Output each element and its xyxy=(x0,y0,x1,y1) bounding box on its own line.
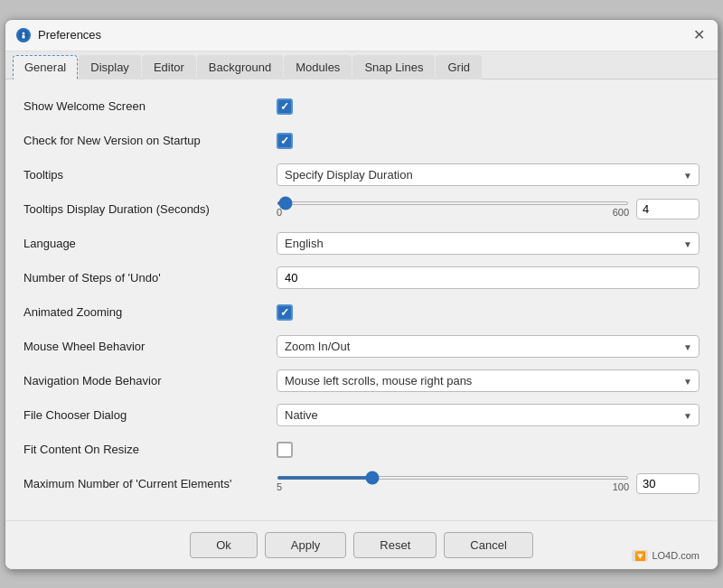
watermark-icon: 🔽 xyxy=(632,550,648,562)
fit-content-label: Fit Content On Resize xyxy=(23,443,277,456)
max-elements-labels: 5 100 xyxy=(277,481,629,492)
max-elements-slider[interactable] xyxy=(277,476,629,480)
undo-steps-row: Number of Steps of 'Undo' xyxy=(23,266,700,291)
language-select-wrapper: English German French Spanish ▼ xyxy=(277,232,700,255)
tab-general[interactable]: General xyxy=(13,55,78,79)
animated-zooming-row: Animated Zooming xyxy=(23,300,700,325)
show-welcome-checkbox[interactable] xyxy=(277,98,293,115)
tab-grid[interactable]: Grid xyxy=(436,55,482,79)
tab-modules[interactable]: Modules xyxy=(284,55,352,79)
undo-steps-label: Number of Steps of 'Undo' xyxy=(23,271,277,285)
file-chooser-control: Native Java ▼ xyxy=(277,404,700,426)
mouse-wheel-select[interactable]: Zoom In/Out Scroll Pan xyxy=(277,335,700,358)
undo-steps-control xyxy=(277,266,700,289)
show-welcome-control xyxy=(277,98,700,115)
max-elements-max-label: 100 xyxy=(613,481,629,492)
window-title: Preferences xyxy=(38,28,101,42)
file-chooser-label: File Chooser Dialog xyxy=(23,408,277,422)
mouse-wheel-row: Mouse Wheel Behavior Zoom In/Out Scroll … xyxy=(23,334,700,359)
language-row: Language English German French Spanish ▼ xyxy=(23,231,700,257)
tooltips-select[interactable]: Specify Display Duration Always Show Nev… xyxy=(277,163,700,186)
check-version-row: Check for New Version on Startup xyxy=(23,128,700,154)
mouse-wheel-select-wrapper: Zoom In/Out Scroll Pan ▼ xyxy=(277,335,700,358)
cancel-button[interactable]: Cancel xyxy=(444,532,532,558)
undo-steps-input[interactable] xyxy=(277,266,700,289)
tooltips-row: Tooltips Specify Display Duration Always… xyxy=(23,163,700,188)
tooltips-duration-input[interactable] xyxy=(636,199,700,219)
content-area: Show Welcome Screen Check for New Versio… xyxy=(5,79,718,520)
language-control: English German French Spanish ▼ xyxy=(277,232,700,255)
tooltips-duration-row: Tooltips Display Duration (Seconds) 0 60… xyxy=(23,197,700,222)
reset-button[interactable]: Reset xyxy=(353,532,437,558)
tooltips-duration-labels: 0 600 xyxy=(277,207,629,218)
fit-content-control xyxy=(277,442,700,458)
mouse-wheel-control: Zoom In/Out Scroll Pan ▼ xyxy=(277,335,700,358)
watermark: 🔽 LO4D.com xyxy=(632,550,700,562)
animated-zooming-label: Animated Zooming xyxy=(23,305,277,319)
svg-rect-2 xyxy=(23,35,25,39)
animated-zooming-control xyxy=(277,304,700,321)
max-elements-slider-row: 5 100 xyxy=(277,473,700,494)
tooltips-duration-label: Tooltips Display Duration (Seconds) xyxy=(23,202,277,216)
svg-point-1 xyxy=(23,32,25,34)
tooltips-duration-control: 0 600 xyxy=(277,199,700,219)
footer: Ok Apply Reset Cancel 🔽 LO4D.com xyxy=(5,520,718,569)
tooltips-duration-slider-row: 0 600 xyxy=(277,199,700,219)
max-elements-row: Maximum Number of 'Current Elements' 5 1… xyxy=(23,471,700,497)
file-chooser-select[interactable]: Native Java xyxy=(277,404,700,426)
slider-max-label: 600 xyxy=(613,207,629,218)
navigation-mode-select[interactable]: Mouse left scrolls, mouse right pans Mou… xyxy=(277,369,700,392)
preferences-window: Preferences ✕ General Display Editor Bac… xyxy=(5,19,718,570)
animated-zooming-checkbox[interactable] xyxy=(277,304,293,321)
fit-content-row: Fit Content On Resize xyxy=(23,437,700,462)
tooltips-label: Tooltips xyxy=(23,168,277,182)
app-icon xyxy=(16,28,31,42)
tooltips-select-wrapper: Specify Display Duration Always Show Nev… xyxy=(277,163,700,186)
file-chooser-row: File Chooser Dialog Native Java ▼ xyxy=(23,403,700,428)
tooltips-duration-slider[interactable] xyxy=(277,201,629,205)
titlebar-left: Preferences xyxy=(16,28,101,42)
watermark-text: LO4D.com xyxy=(652,550,700,561)
show-welcome-label: Show Welcome Screen xyxy=(23,99,277,113)
language-select[interactable]: English German French Spanish xyxy=(277,232,700,255)
fit-content-checkbox[interactable] xyxy=(277,442,293,458)
language-label: Language xyxy=(23,237,277,250)
file-chooser-select-wrapper: Native Java ▼ xyxy=(277,404,700,426)
check-version-checkbox[interactable] xyxy=(277,133,293,149)
navigation-mode-label: Navigation Mode Behavior xyxy=(23,374,277,387)
tooltips-control: Specify Display Duration Always Show Nev… xyxy=(277,163,700,186)
mouse-wheel-label: Mouse Wheel Behavior xyxy=(23,340,277,353)
check-version-control xyxy=(277,133,700,149)
max-elements-label: Maximum Number of 'Current Elements' xyxy=(23,477,277,490)
navigation-mode-row: Navigation Mode Behavior Mouse left scro… xyxy=(23,369,700,394)
tooltips-duration-slider-container: 0 600 xyxy=(277,201,629,218)
navigation-mode-select-wrapper: Mouse left scrolls, mouse right pans Mou… xyxy=(277,369,700,392)
navigation-mode-control: Mouse left scrolls, mouse right pans Mou… xyxy=(277,369,700,392)
slider-min-label: 0 xyxy=(277,207,282,218)
max-elements-slider-container: 5 100 xyxy=(277,476,629,492)
titlebar: Preferences ✕ xyxy=(5,20,718,51)
ok-button[interactable]: Ok xyxy=(190,532,258,558)
max-elements-control: 5 100 xyxy=(277,473,700,494)
tab-bar: General Display Editor Background Module… xyxy=(5,51,718,79)
max-elements-input[interactable] xyxy=(636,473,700,494)
tab-background[interactable]: Background xyxy=(197,55,283,79)
tab-editor[interactable]: Editor xyxy=(142,55,196,79)
close-button[interactable]: ✕ xyxy=(690,27,707,43)
apply-button[interactable]: Apply xyxy=(265,532,347,558)
tab-snap-lines[interactable]: Snap Lines xyxy=(352,55,435,79)
max-elements-min-label: 5 xyxy=(277,481,282,492)
check-version-label: Check for New Version on Startup xyxy=(23,134,277,147)
tab-display[interactable]: Display xyxy=(79,55,141,79)
show-welcome-row: Show Welcome Screen xyxy=(23,94,700,119)
